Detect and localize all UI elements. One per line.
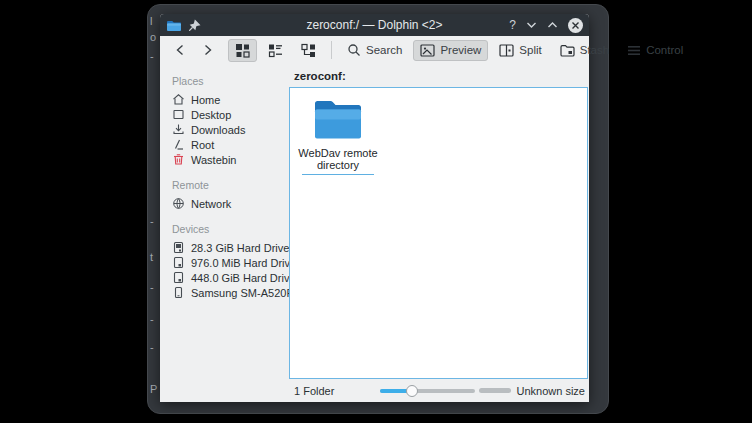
split-icon bbox=[499, 44, 514, 57]
sidebar-item-label: Home bbox=[191, 94, 220, 106]
search-icon bbox=[347, 43, 361, 57]
chevron-right-icon bbox=[203, 44, 213, 56]
sidebar-item-root[interactable]: Root bbox=[172, 137, 289, 152]
preview-icon bbox=[420, 44, 435, 57]
search-label: Search bbox=[366, 44, 402, 56]
sidebar-item-label: Samsung SM-A520F bbox=[191, 287, 289, 299]
breadcrumb-path[interactable]: zeroconf: bbox=[294, 70, 346, 82]
folder-view[interactable]: WebDav remote directory bbox=[289, 87, 588, 379]
trash-icon bbox=[172, 153, 185, 166]
titlebar[interactable]: zeroconf:/ — Dolphin <2> ? bbox=[160, 14, 589, 36]
hard-drive-icon bbox=[172, 256, 185, 269]
free-space-bar bbox=[479, 388, 511, 393]
sidebar-item-label: 976.0 MiB Hard Drive bbox=[191, 257, 289, 269]
split-label: Split bbox=[519, 44, 541, 56]
sidebar-item-label: Wastebin bbox=[191, 154, 236, 166]
background-text-fragment: P bbox=[150, 383, 157, 395]
tree-view-icon bbox=[301, 43, 316, 58]
desktop-icon bbox=[172, 108, 185, 121]
background-text-fragment: - bbox=[150, 281, 154, 293]
dolphin-window: zeroconf:/ — Dolphin <2> ? bbox=[160, 14, 589, 402]
stash-button[interactable]: Stash bbox=[553, 40, 616, 61]
background-text-fragment: l bbox=[150, 15, 152, 27]
sidebar-item-network[interactable]: Network bbox=[172, 196, 289, 211]
sidebar-item-drive-1[interactable]: 28.3 GiB Hard Drive bbox=[172, 240, 289, 255]
minimize-button[interactable] bbox=[526, 21, 537, 29]
devices-section-header: Devices bbox=[172, 223, 289, 235]
file-item-label: WebDav remote directory bbox=[295, 148, 381, 171]
breadcrumb[interactable]: zeroconf: bbox=[289, 64, 589, 87]
network-icon bbox=[172, 197, 185, 210]
icons-view-icon bbox=[235, 43, 250, 58]
dolphin-app-icon bbox=[166, 19, 182, 32]
sidebar-item-label: Root bbox=[191, 139, 214, 151]
folder-icon bbox=[314, 97, 362, 142]
background-text-fragment: t bbox=[150, 251, 153, 263]
back-button[interactable] bbox=[168, 40, 192, 60]
help-button[interactable]: ? bbox=[509, 18, 516, 32]
sidebar-item-label: Network bbox=[191, 198, 231, 210]
places-section-header: Places bbox=[172, 75, 289, 87]
details-view-button[interactable] bbox=[261, 39, 290, 62]
sidebar-item-label: Desktop bbox=[191, 109, 231, 121]
background-text-fragment: - bbox=[150, 215, 154, 227]
close-button[interactable] bbox=[568, 18, 583, 33]
sidebar-item-drive-2[interactable]: 976.0 MiB Hard Drive bbox=[172, 255, 289, 270]
preview-button[interactable]: Preview bbox=[413, 40, 488, 61]
stash-icon bbox=[560, 44, 575, 57]
download-icon bbox=[172, 123, 185, 136]
sidebar-item-drive-3[interactable]: 448.0 GiB Hard Drive bbox=[172, 270, 289, 285]
maximize-button[interactable] bbox=[547, 21, 558, 29]
statusbar: 1 Folder Unknown size bbox=[289, 379, 589, 402]
toolbar-separator bbox=[331, 41, 332, 59]
zoom-slider-handle[interactable] bbox=[406, 385, 418, 397]
phone-icon bbox=[172, 286, 185, 299]
places-panel: Places Home Desktop bbox=[160, 64, 289, 402]
search-button[interactable]: Search bbox=[340, 39, 409, 61]
chevron-left-icon bbox=[175, 44, 185, 56]
background-text-fragment: - bbox=[150, 313, 154, 325]
control-button[interactable]: Control bbox=[620, 40, 690, 60]
sidebar-item-home[interactable]: Home bbox=[172, 92, 289, 107]
sidebar-item-label: Downloads bbox=[191, 124, 245, 136]
sidebar-item-desktop[interactable]: Desktop bbox=[172, 107, 289, 122]
root-icon bbox=[172, 138, 185, 151]
main-toolbar: Search Preview Split Stash bbox=[160, 36, 589, 64]
hard-drive-icon bbox=[172, 241, 185, 254]
hamburger-menu-icon bbox=[627, 45, 641, 56]
sidebar-item-wastebin[interactable]: Wastebin bbox=[172, 152, 289, 167]
selection-underline bbox=[302, 174, 374, 175]
remote-section-header: Remote bbox=[172, 179, 289, 191]
background-text-fragment: o bbox=[150, 31, 156, 43]
control-label: Control bbox=[646, 44, 683, 56]
home-icon bbox=[172, 93, 185, 106]
sidebar-item-downloads[interactable]: Downloads bbox=[172, 122, 289, 137]
sidebar-item-label: 448.0 GiB Hard Drive bbox=[191, 272, 289, 284]
stash-label: Stash bbox=[580, 44, 609, 56]
close-icon bbox=[571, 21, 580, 30]
zoom-slider[interactable] bbox=[380, 384, 475, 398]
background-text-fragment: - bbox=[150, 341, 154, 353]
forward-button[interactable] bbox=[196, 40, 220, 60]
background-text-fragment: - bbox=[150, 50, 154, 62]
file-item-webdav[interactable]: WebDav remote directory bbox=[295, 97, 381, 175]
split-button[interactable]: Split bbox=[492, 40, 548, 61]
icons-view-button[interactable] bbox=[228, 39, 257, 62]
hard-drive-icon bbox=[172, 271, 185, 284]
preview-label: Preview bbox=[440, 44, 481, 56]
tree-view-button[interactable] bbox=[294, 39, 323, 62]
pin-icon[interactable] bbox=[188, 19, 201, 32]
sidebar-item-phone[interactable]: Samsung SM-A520F bbox=[172, 285, 289, 300]
items-count-label: 1 Folder bbox=[294, 385, 334, 397]
size-label: Unknown size bbox=[517, 385, 585, 397]
details-view-icon bbox=[268, 43, 283, 58]
sidebar-item-label: 28.3 GiB Hard Drive bbox=[191, 242, 289, 254]
